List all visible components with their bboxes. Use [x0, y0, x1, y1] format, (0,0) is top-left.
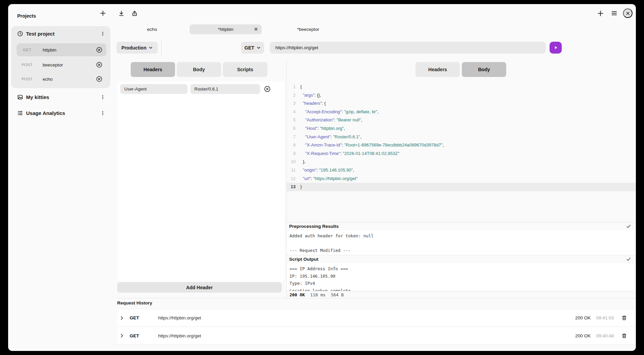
tab-request-headers[interactable]: Headers	[131, 62, 175, 77]
response-size: 564 B	[331, 292, 344, 297]
line-number: 11	[287, 166, 300, 175]
close-tab-button[interactable]	[254, 27, 258, 31]
sidebar-item-beeceptor[interactable]: POST beeceptor	[17, 58, 106, 71]
script-output-header[interactable]: Script Output	[287, 255, 636, 263]
history-status: 200 OK	[575, 315, 591, 320]
tab-response-headers[interactable]: Headers	[415, 62, 460, 77]
url-input[interactable]	[270, 42, 546, 54]
remove-request-button[interactable]	[96, 62, 102, 68]
response-code[interactable]: 1{2 "args": {},3 "headers": {4 "Accept-E…	[287, 81, 636, 222]
code-line[interactable]: 13}	[287, 183, 636, 191]
project-header[interactable]: Test project	[11, 26, 110, 41]
header-name-input[interactable]	[120, 84, 188, 94]
section-menu-button[interactable]	[99, 109, 106, 117]
import-button[interactable]	[117, 9, 125, 17]
kebab-menu-icon	[100, 95, 105, 100]
remove-header-button[interactable]	[264, 86, 271, 92]
project-group-test-project: Test project GET httpbin POST beeceptor …	[11, 26, 110, 88]
code-line[interactable]: 7 "User-Agent": "Roster/0.6.1",	[287, 133, 636, 141]
hamburger-icon	[611, 10, 618, 17]
plus-icon	[597, 10, 604, 17]
line-number: 7	[287, 133, 300, 141]
app-menu-button[interactable]	[610, 9, 618, 17]
new-tab-button[interactable]	[596, 9, 604, 17]
tab-request-body[interactable]: Body	[177, 62, 221, 77]
code-line[interactable]: 6 "Host": "httpbin.org",	[287, 124, 636, 133]
line-number: 6	[287, 124, 300, 133]
sidebar-item-echo[interactable]: POST echo	[17, 73, 106, 85]
tab-label: Headers	[144, 67, 162, 72]
line-number: 13	[287, 183, 300, 191]
tab-httpbin-active[interactable]: *httpbin	[190, 24, 262, 34]
add-project-button[interactable]	[99, 9, 107, 17]
chevron-right-icon[interactable]	[120, 333, 124, 338]
desktop-background: Projects Test project GET httpbin POST b…	[0, 0, 644, 355]
environment-selector[interactable]: Production	[116, 42, 158, 54]
code-line[interactable]: 11 "origin": "195.146.105.90",	[287, 166, 636, 175]
request-name-label: beeceptor	[43, 62, 96, 67]
tab-label: echo	[147, 27, 157, 32]
line-number: 4	[287, 108, 300, 116]
share-icon-button[interactable]	[130, 9, 138, 17]
request-history-title: Request History	[117, 300, 152, 305]
request-name-label: echo	[43, 77, 96, 82]
sidebar-item-usage-analytics[interactable]: Usage Analytics	[11, 106, 110, 120]
remove-request-button[interactable]	[96, 47, 102, 53]
response-panel: Headers Body 1{2 "args": {},3 "headers":…	[286, 60, 636, 298]
request-history-list: GET https://httpbin.org/get 200 OK 09:41…	[117, 309, 636, 345]
check-icon	[626, 257, 631, 262]
code-line[interactable]: 4 "Accept-Encoding": "gzip, deflate, br"…	[287, 108, 636, 116]
section-title: Preprocessing Results	[289, 224, 626, 229]
preprocessing-results-header[interactable]: Preprocessing Results	[287, 222, 636, 230]
history-row[interactable]: GET https://httpbin.org/get 200 OK 09:41…	[117, 309, 636, 327]
plus-icon	[100, 10, 106, 16]
tab-label: Headers	[428, 67, 447, 72]
tab-echo[interactable]: echo	[137, 24, 167, 34]
code-line[interactable]: 3 "headers": {	[287, 99, 636, 108]
close-window-button[interactable]	[623, 8, 632, 18]
project-name: Test project	[26, 31, 99, 37]
terminal-line: Type: IPv4	[289, 280, 636, 287]
request-method-label: GET	[17, 48, 38, 52]
tab-request-scripts[interactable]: Scripts	[223, 62, 267, 77]
line-number: 9	[287, 150, 300, 158]
code-line[interactable]: 5 "Authorization": "Bearer null",	[287, 116, 636, 124]
history-time: 09:40:48	[596, 333, 614, 338]
trash-icon[interactable]	[621, 333, 627, 339]
check-icon	[626, 224, 631, 229]
terminal-line: === IP Address Info ===	[289, 265, 636, 273]
app-window: Projects Test project GET httpbin POST b…	[8, 4, 636, 351]
history-method: GET	[130, 333, 145, 338]
sidebar-item-httpbin[interactable]: GET httpbin	[17, 43, 106, 56]
code-line[interactable]: 9 "X-Request-Time": "2026-01-14T08:41:02…	[287, 150, 636, 158]
chevron-right-icon[interactable]	[120, 316, 124, 320]
add-header-button[interactable]: Add Header	[117, 282, 282, 293]
header-value-input[interactable]	[190, 84, 260, 94]
close-icon	[626, 11, 630, 16]
method-selector[interactable]: GET	[241, 42, 264, 54]
request-method-label: POST	[17, 63, 38, 67]
tab-response-body[interactable]: Body	[462, 62, 506, 77]
sidebar-item-my-kitties[interactable]: My kitties	[11, 90, 110, 104]
kebab-menu-icon	[100, 111, 105, 116]
project-menu-button[interactable]	[99, 30, 106, 37]
tab-beeceptor[interactable]: *beeceptor	[288, 24, 328, 34]
trash-icon[interactable]	[621, 315, 627, 321]
remove-request-button[interactable]	[96, 76, 102, 82]
code-line[interactable]: 12 "url": "https://httpbin.org/get"	[287, 175, 636, 183]
line-number: 2	[287, 91, 300, 100]
history-time: 09:41:03	[596, 315, 614, 320]
terminal-line	[289, 240, 636, 247]
request-headers-panel	[117, 81, 284, 281]
code-line[interactable]: 8 "X-Amzn-Trace-Id": "Root=1-6967569e-78…	[287, 141, 636, 150]
line-number: 5	[287, 116, 300, 124]
code-line[interactable]: 1{	[287, 83, 636, 91]
history-row[interactable]: GET https://httpbin.org/get 200 OK 09:40…	[117, 327, 636, 345]
script-output-content: === IP Address Info ===IP: 195.146.105.9…	[287, 263, 636, 291]
code-line[interactable]: 10 },	[287, 158, 636, 166]
section-menu-button[interactable]	[99, 93, 106, 101]
code-line[interactable]: 2 "args": {},	[287, 91, 636, 100]
status-code: 200 OK	[289, 292, 305, 297]
sidebar-section-label: My kitties	[26, 94, 99, 100]
send-request-button[interactable]	[550, 42, 562, 54]
